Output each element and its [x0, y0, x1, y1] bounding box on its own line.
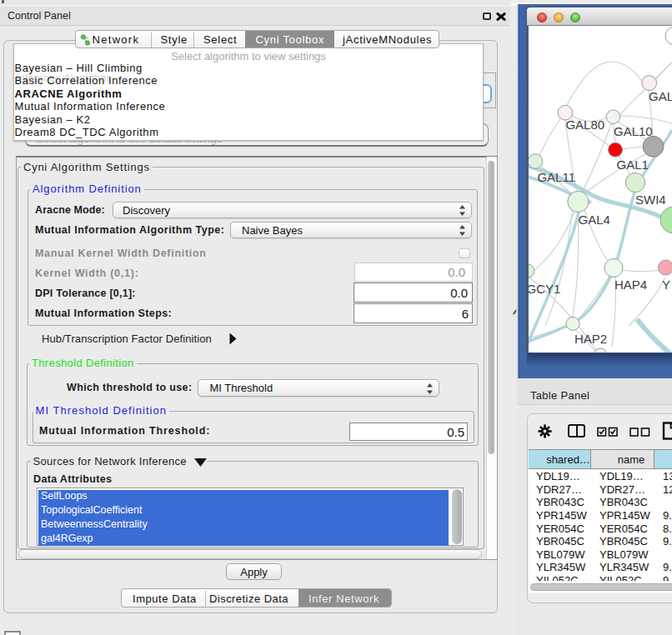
- svg-text:GAL: GAL: [649, 89, 672, 103]
- svg-text:Y: Y: [662, 278, 670, 292]
- svg-text:GAL80: GAL80: [565, 118, 604, 132]
- svg-text:GCY1: GCY1: [529, 282, 560, 296]
- svg-text:HAP4: HAP4: [614, 278, 647, 292]
- svg-text:HAP2: HAP2: [574, 332, 607, 346]
- svg-text:GAL1: GAL1: [617, 158, 649, 172]
- svg-text:GAL11: GAL11: [537, 170, 575, 184]
- svg-text:GAL10: GAL10: [614, 124, 653, 138]
- svg-text:SWI4: SWI4: [635, 192, 666, 207]
- svg-text:GAL4: GAL4: [579, 212, 610, 227]
